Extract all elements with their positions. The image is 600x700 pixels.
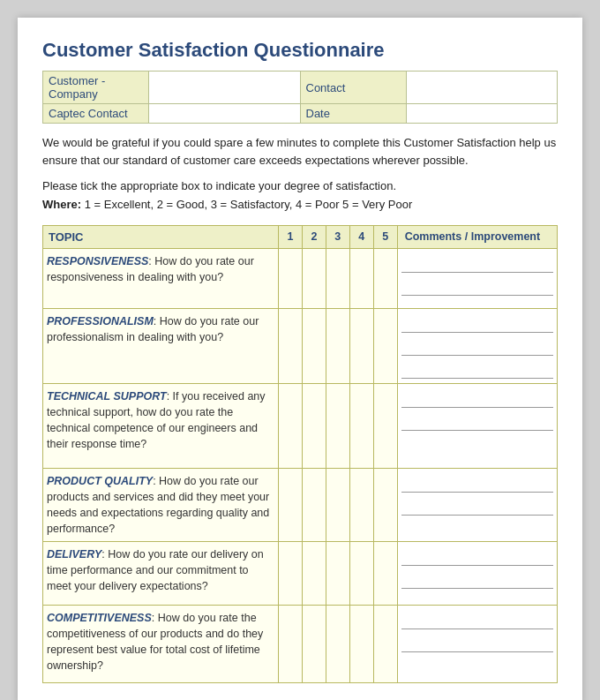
- keyword-professionalism: PROFESSIONALISM: [47, 315, 154, 327]
- rating-4-competitiveness[interactable]: [349, 606, 373, 683]
- topic-technical: TECHNICAL SUPPORT: If you received any t…: [43, 383, 279, 468]
- info-row-1: Customer - Company Contact: [43, 72, 558, 104]
- keyword-responsiveness: RESPONSIVENESS: [47, 255, 148, 267]
- table-header-row: TOPIC 1 2 3 4 5 Comments / Improvement: [43, 225, 558, 248]
- rating-1-technical[interactable]: [279, 383, 303, 468]
- captec-contact-value[interactable]: [149, 104, 301, 124]
- comments-delivery[interactable]: [397, 542, 557, 606]
- comments-professionalism[interactable]: [397, 308, 557, 383]
- topic-header: TOPIC: [43, 225, 279, 248]
- rating-3-technical[interactable]: [326, 383, 349, 468]
- rating-2-delivery[interactable]: [302, 542, 326, 606]
- comments-technical[interactable]: [397, 383, 557, 468]
- comment-lines-professionalism: [401, 313, 553, 379]
- comment-lines-product: [401, 473, 553, 538]
- scale-instruction-line: Please tick the appropriate box to indic…: [42, 179, 396, 192]
- comment-lines-responsiveness: [401, 253, 553, 304]
- comment-line[interactable]: [401, 569, 553, 589]
- rating-2-competitiveness[interactable]: [302, 606, 326, 683]
- comments-competitiveness[interactable]: [397, 606, 557, 683]
- rating-5-delivery[interactable]: [373, 542, 397, 606]
- table-row: DELIVERY: How do you rate our delivery o…: [43, 542, 558, 606]
- comment-line[interactable]: [401, 253, 553, 273]
- rating-2-product[interactable]: [302, 468, 326, 542]
- table-row: PROFESSIONALISM: How do you rate our pro…: [43, 308, 558, 383]
- comment-line[interactable]: [401, 610, 553, 629]
- page-title: Customer Satisfaction Questionnaire: [42, 39, 558, 62]
- rating-1-professionalism[interactable]: [279, 308, 303, 383]
- comment-line[interactable]: [401, 336, 553, 356]
- comment-line[interactable]: [401, 388, 553, 408]
- rating-1-delivery[interactable]: [279, 542, 303, 606]
- table-row: TECHNICAL SUPPORT: If you received any t…: [43, 383, 558, 468]
- rating-5-technical[interactable]: [373, 383, 397, 468]
- rating-header-2: 2: [302, 225, 326, 248]
- rating-header-5: 5: [373, 225, 397, 248]
- rating-1-product[interactable]: [279, 468, 303, 542]
- comments-header: Comments / Improvement: [397, 225, 557, 248]
- rating-3-responsiveness[interactable]: [326, 248, 349, 308]
- customer-company-value[interactable]: [149, 72, 301, 104]
- rating-3-product[interactable]: [326, 468, 349, 542]
- keyword-technical: TECHNICAL SUPPORT: [47, 390, 167, 403]
- rating-5-responsiveness[interactable]: [373, 248, 397, 308]
- comment-line[interactable]: [401, 546, 553, 566]
- intro-text: We would be grateful if you could spare …: [42, 134, 558, 169]
- rating-header-4: 4: [349, 225, 373, 248]
- comments-responsiveness[interactable]: [397, 248, 557, 308]
- comment-lines-technical: [401, 388, 553, 463]
- comment-line[interactable]: [401, 359, 553, 379]
- rating-header-1: 1: [279, 225, 303, 248]
- rating-4-technical[interactable]: [349, 383, 373, 468]
- rating-1-responsiveness[interactable]: [279, 248, 303, 308]
- info-row-2: Captec Contact Date: [43, 104, 558, 124]
- rating-2-technical[interactable]: [302, 383, 326, 468]
- scale-where: Where:: [42, 198, 81, 211]
- scale-values: 1 = Excellent, 2 = Good, 3 = Satisfactor…: [85, 198, 413, 211]
- scale-instructions: Please tick the appropriate box to indic…: [42, 177, 558, 215]
- contact-label: Contact: [300, 72, 406, 104]
- table-row: RESPONSIVENESS: How do you rate our resp…: [43, 248, 558, 308]
- comment-line[interactable]: [401, 276, 553, 296]
- rating-2-professionalism[interactable]: [302, 308, 326, 383]
- table-row: PRODUCT QUALITY: How do you rate our pro…: [43, 468, 558, 542]
- rating-3-delivery[interactable]: [326, 542, 349, 606]
- rating-4-product[interactable]: [349, 468, 373, 542]
- date-label: Date: [300, 104, 406, 124]
- rating-header-3: 3: [326, 225, 349, 248]
- rating-5-product[interactable]: [373, 468, 397, 542]
- rating-5-competitiveness[interactable]: [373, 606, 397, 683]
- rating-3-competitiveness[interactable]: [326, 606, 349, 683]
- keyword-competitiveness: COMPETITIVENESS: [47, 612, 152, 624]
- rating-5-professionalism[interactable]: [373, 308, 397, 383]
- contact-value[interactable]: [406, 72, 558, 104]
- keyword-delivery: DELIVERY: [47, 548, 101, 561]
- keyword-product: PRODUCT QUALITY: [47, 475, 153, 487]
- main-table: TOPIC 1 2 3 4 5 Comments / Improvement R…: [42, 225, 558, 684]
- rating-4-professionalism[interactable]: [349, 308, 373, 383]
- rating-3-professionalism[interactable]: [326, 308, 349, 383]
- comments-product[interactable]: [397, 468, 557, 542]
- comment-line[interactable]: [401, 411, 553, 431]
- rating-4-delivery[interactable]: [349, 542, 373, 606]
- topic-competitiveness: COMPETITIVENESS: How do you rate the com…: [43, 606, 279, 683]
- topic-professionalism: PROFESSIONALISM: How do you rate our pro…: [43, 308, 279, 383]
- topic-delivery: DELIVERY: How do you rate our delivery o…: [43, 542, 279, 606]
- topic-product: PRODUCT QUALITY: How do you rate our pro…: [43, 468, 279, 542]
- comment-line[interactable]: [401, 496, 553, 516]
- date-value[interactable]: [406, 104, 558, 124]
- comment-line[interactable]: [401, 313, 553, 333]
- comment-lines-delivery: [401, 546, 553, 600]
- rating-2-responsiveness[interactable]: [302, 248, 326, 308]
- info-table: Customer - Company Contact Captec Contac…: [42, 71, 558, 124]
- comment-lines-competitiveness: [401, 610, 553, 678]
- rating-4-responsiveness[interactable]: [349, 248, 373, 308]
- comment-line[interactable]: [401, 473, 553, 493]
- page-container: Customer Satisfaction Questionnaire Cust…: [18, 18, 582, 700]
- captec-contact-label: Captec Contact: [43, 104, 149, 124]
- topic-responsiveness: RESPONSIVENESS: How do you rate our resp…: [43, 248, 279, 308]
- customer-company-label: Customer - Company: [43, 72, 149, 104]
- table-row: COMPETITIVENESS: How do you rate the com…: [43, 606, 558, 683]
- comment-line[interactable]: [401, 633, 553, 652]
- rating-1-competitiveness[interactable]: [279, 606, 303, 683]
